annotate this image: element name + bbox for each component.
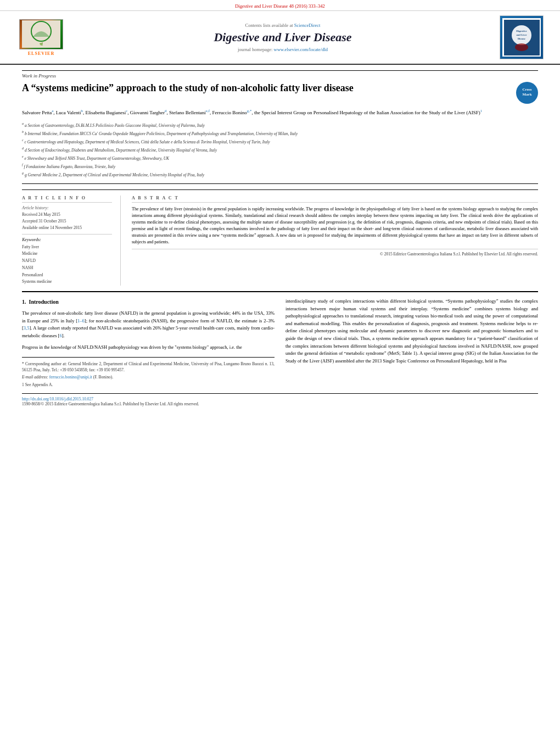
footer-issn: 1590-8658/© 2015 Editrice Gastroenterolo… xyxy=(22,401,538,406)
right-para1: interdisciplinary study of complex inter… xyxy=(285,298,538,365)
abstract-heading: A B S T R A C T xyxy=(132,196,538,203)
article-dates: Received 24 May 2015 Accepted 31 October… xyxy=(22,211,112,235)
affiliation-d: d d Section of Endocrinology, Diabetes a… xyxy=(22,146,538,153)
affiliation-f: f f Fondazione Italiana Fegato, Bassoviz… xyxy=(22,163,538,170)
affiliation-e: e e Shrewsbury and Telford NHS Trust, De… xyxy=(22,154,538,161)
keyword-1: Fatty liver xyxy=(22,244,112,251)
authors: Salvatore Pettaa, Luca Valentib, Elisabe… xyxy=(22,108,538,117)
abstract-text: The prevalence of fatty liver (steatosis… xyxy=(132,206,538,246)
footnote-corresponding: * Corresponding author at: General Medic… xyxy=(22,361,275,373)
body-left-col: 1. Introduction The prevalence of non-al… xyxy=(22,298,275,389)
journal-logo-right: Digestive and Liver Disease xyxy=(500,15,544,59)
received-date: Received 24 May 2015 xyxy=(22,211,112,218)
intro-para2: Progress in the knowledge of NAFLD/NASH … xyxy=(22,344,275,352)
journal-homepage: journal homepage: www.elsevier.com/locat… xyxy=(77,47,489,52)
sciencedirect-link: Contents lists available at ScienceDirec… xyxy=(77,23,489,28)
keywords-section: Keywords: Fatty liver Medicine NAFLD NAS… xyxy=(22,237,112,286)
elsevier-text: ELSEVIER xyxy=(28,51,54,56)
keywords-label: Keywords: xyxy=(22,237,112,242)
homepage-link[interactable]: www.elsevier.com/locate/dld xyxy=(274,47,328,52)
svg-text:Mark: Mark xyxy=(522,92,531,97)
email-link[interactable]: ferruccio.bonino@unipi.it xyxy=(49,375,92,380)
intro-heading: 1. Introduction xyxy=(22,298,275,306)
doi-link[interactable]: http://dx.doi.org/10.1016/j.dld.2015.10.… xyxy=(22,397,93,401)
abstract-col: A B S T R A C T The prevalence of fatty … xyxy=(132,196,538,286)
elsevier-logo-image: 🌿 xyxy=(19,19,63,49)
affiliation-g: g g General Medicine 2, Department of Cl… xyxy=(22,171,538,178)
footer-doi: http://dx.doi.org/10.1016/j.dld.2015.10.… xyxy=(22,397,538,401)
info-abstract-row: A R T I C L E I N F O Article history: R… xyxy=(22,189,538,286)
keyword-2: Medicine xyxy=(22,250,112,258)
article-content: Work in Progress A “systems medicine” ap… xyxy=(0,65,560,412)
keyword-5: Personalized xyxy=(22,272,112,279)
affiliation-c: c c Gastroenterology and Hepatology, Dep… xyxy=(22,138,538,145)
ref-6[interactable]: 6 xyxy=(59,333,61,338)
doi-bar: Digestive and Liver Disease 48 (2016) 33… xyxy=(0,0,560,11)
keywords-list: Fatty liver Medicine NAFLD NASH Personal… xyxy=(22,244,112,286)
keyword-4: NASH xyxy=(22,265,112,272)
section-title: Introduction xyxy=(29,299,59,305)
affiliation-b: b b Internal Medicine, Foundation IRCCS … xyxy=(22,130,538,137)
page: Digestive and Liver Disease 48 (2016) 33… xyxy=(0,0,560,742)
svg-point-8 xyxy=(515,43,528,51)
elsevier-logo: 🌿 ELSEVIER xyxy=(16,19,66,56)
sciencedirect-anchor[interactable]: ScienceDirect xyxy=(294,23,321,28)
article-title-row: A “systems medicine” approach to the stu… xyxy=(22,82,538,104)
body-two-col: 1. Introduction The prevalence of non-al… xyxy=(22,298,538,389)
article-title: A “systems medicine” approach to the stu… xyxy=(22,82,516,94)
keyword-6: Systems medicine xyxy=(22,278,112,286)
intro-para1: The prevalence of non-alcoholic fatty li… xyxy=(22,310,275,339)
ref-1-6[interactable]: 1–6 xyxy=(77,318,85,323)
footnote-email: E-mail address: ferruccio.bonino@unipi.i… xyxy=(22,374,275,380)
svg-text:Disease: Disease xyxy=(517,37,525,40)
footnote-appendix: 1 See Appendix A. xyxy=(22,382,275,388)
affiliations: a a Section of Gastroenterology, Di.Bi.M… xyxy=(22,121,538,184)
keyword-3: NAFLD xyxy=(22,258,112,265)
affiliation-a: a a Section of Gastroenterology, Di.Bi.M… xyxy=(22,121,538,129)
available-date: Available online 14 November 2015 xyxy=(22,225,112,231)
footer-links: http://dx.doi.org/10.1016/j.dld.2015.10.… xyxy=(22,393,538,406)
article-info: A R T I C L E I N F O Article history: R… xyxy=(22,196,121,286)
svg-text:Cross: Cross xyxy=(523,87,532,92)
journal-center: Contents lists available at ScienceDirec… xyxy=(66,23,500,52)
crossmark-badge: Cross Mark xyxy=(516,82,538,104)
body-section: 1. Introduction The prevalence of non-al… xyxy=(22,291,538,389)
article-history-label: Article history: xyxy=(22,205,112,210)
work-in-progress: Work in Progress xyxy=(22,70,538,79)
abstract-copyright: © 2015 Editrice Gastroenterologica Itali… xyxy=(132,249,538,256)
accepted-date: Accepted 31 October 2015 xyxy=(22,218,112,225)
journal-logo-inner: Digestive and Liver Disease xyxy=(502,18,541,57)
svg-text:Digestive: Digestive xyxy=(516,30,527,32)
ref-3-5[interactable]: 3,5 xyxy=(24,325,30,331)
body-right-col: interdisciplinary study of complex inter… xyxy=(285,298,538,389)
svg-text:🌿: 🌿 xyxy=(40,42,43,46)
section-number: 1. xyxy=(22,299,26,305)
journal-title: Digestive and Liver Disease xyxy=(77,30,489,44)
article-info-heading: A R T I C L E I N F O xyxy=(22,196,112,203)
doi-text: Digestive and Liver Disease 48 (2016) 33… xyxy=(235,3,324,9)
journal-header: 🌿 ELSEVIER Contents lists available at S… xyxy=(0,11,560,65)
svg-text:and Liver: and Liver xyxy=(516,34,527,36)
footnote-section: * Corresponding author at: General Medic… xyxy=(22,357,275,388)
